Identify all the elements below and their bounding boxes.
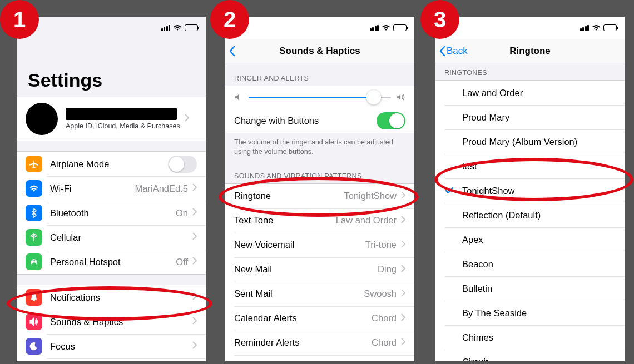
- row-law-and-order[interactable]: Law and Order: [435, 81, 625, 105]
- volume-slider-row[interactable]: [225, 86, 414, 108]
- profile-subtitle: Apple ID, iCloud, Media & Purchases: [66, 122, 180, 130]
- row-value: Law and Order: [336, 215, 397, 226]
- row-label: Proud Mary (Album Version): [462, 137, 616, 147]
- wifi-icon: [592, 24, 601, 31]
- row-label: Bulletin: [462, 283, 616, 294]
- row-value: On: [176, 208, 188, 218]
- row-chimes[interactable]: Chimes: [435, 325, 625, 350]
- row-ringtone[interactable]: RingtoneTonightShow: [225, 184, 414, 208]
- row-label: By The Seaside: [462, 308, 616, 318]
- row-sounds-haptics[interactable]: Sounds & Haptics: [17, 310, 206, 334]
- row-new-mail[interactable]: New MailDing: [225, 257, 414, 282]
- row-airdrop[interactable]: AirDropPulse: [225, 355, 414, 361]
- section-header-ringer: RINGER AND ALERTS: [225, 63, 414, 86]
- chevron-right-icon: [192, 317, 197, 327]
- back-button[interactable]: Back: [439, 46, 468, 57]
- svg-point-0: [33, 237, 35, 238]
- row-value: TonightShow: [344, 191, 397, 201]
- chevron-right-icon: [192, 232, 197, 242]
- row-reminder-alerts[interactable]: Reminder AlertsChord: [225, 331, 414, 355]
- toggle-switch[interactable]: [377, 112, 405, 129]
- avatar: [26, 103, 58, 135]
- row-reflection-default-[interactable]: Reflection (Default): [435, 203, 625, 227]
- row-circuit[interactable]: Circuit: [435, 350, 625, 361]
- settings-group-connectivity: Airplane ModeWi-FiMariAndEd.5BluetoothOn…: [17, 151, 206, 275]
- row-airplane-mode[interactable]: Airplane Mode: [17, 152, 206, 176]
- signal-icon: [370, 25, 379, 31]
- profile-row[interactable]: Apple ID, iCloud, Media & Purchases: [17, 97, 206, 141]
- row-label: Wi-Fi: [50, 183, 131, 194]
- svg-point-1: [33, 261, 35, 263]
- chevron-left-icon: [229, 46, 235, 57]
- row-proud-mary-album-version-[interactable]: Proud Mary (Album Version): [435, 129, 625, 154]
- profile-name-redacted: [66, 108, 177, 120]
- row-bulletin[interactable]: Bulletin: [435, 276, 625, 301]
- signal-icon: [161, 25, 171, 31]
- row-focus[interactable]: Focus: [17, 334, 206, 358]
- row-proud-mary[interactable]: Proud Mary: [435, 105, 625, 129]
- status-bar: [17, 17, 206, 39]
- row-label: Airplane Mode: [50, 159, 168, 169]
- row-text-tone[interactable]: Text ToneLaw and Order: [225, 208, 414, 233]
- bluetooth-icon: [26, 205, 42, 221]
- row-label: New Voicemail: [234, 240, 361, 250]
- wifi-icon: [26, 180, 42, 197]
- speaker-icon: [26, 313, 42, 330]
- volume-slider[interactable]: [249, 97, 391, 98]
- signal-icon: [580, 25, 590, 31]
- row-label: Personal Hotspot: [50, 257, 171, 267]
- toggle-switch[interactable]: [168, 156, 197, 173]
- navbar-title: Ringtone: [509, 46, 551, 57]
- row-sent-mail[interactable]: Sent MailSwoosh: [225, 282, 414, 306]
- row-label: Text Tone: [234, 215, 331, 226]
- row-label: Calendar Alerts: [234, 313, 367, 323]
- checkmark-icon: [444, 186, 454, 195]
- battery-icon: [393, 24, 407, 31]
- chevron-right-icon: [401, 338, 405, 348]
- row-new-voicemail[interactable]: New VoicemailTri-tone: [225, 233, 414, 257]
- chevron-right-icon: [192, 292, 197, 302]
- change-with-buttons-row[interactable]: Change with Buttons: [225, 108, 414, 133]
- row-personal-hotspot[interactable]: Personal HotspotOff: [17, 250, 206, 274]
- chevron-right-icon: [401, 265, 405, 275]
- row-value: MariAndEd.5: [135, 183, 188, 194]
- row-wi-fi[interactable]: Wi-FiMariAndEd.5: [17, 176, 206, 201]
- chevron-right-icon: [401, 216, 405, 226]
- row-calendar-alerts[interactable]: Calendar AlertsChord: [225, 306, 414, 331]
- row-test[interactable]: test: [435, 154, 625, 178]
- row-tonightshow[interactable]: TonightShow: [435, 178, 625, 203]
- row-label: Ringtone: [234, 191, 340, 201]
- wifi-icon: [173, 24, 182, 31]
- speaker-low-icon: [234, 93, 243, 102]
- wifi-icon: [382, 24, 390, 31]
- section-header-patterns: SOUNDS AND VIBRATION PATTERNS: [225, 161, 414, 183]
- row-label: test: [462, 161, 616, 172]
- row-label: New Mail: [234, 264, 373, 275]
- row-label: Focus: [50, 341, 188, 352]
- row-notifications[interactable]: Notifications: [17, 285, 206, 310]
- chevron-right-icon: [192, 341, 197, 351]
- row-value: Swoosh: [364, 288, 397, 299]
- page-title: Settings: [17, 39, 206, 97]
- chevron-right-icon: [401, 191, 405, 201]
- navbar: Sounds & Haptics: [225, 39, 414, 63]
- chevron-right-icon: [192, 257, 197, 267]
- screen-ringtone: Back Ringtone RINGTONES Law and OrderPro…: [435, 17, 625, 361]
- row-screen-time[interactable]: Screen Time: [17, 358, 206, 361]
- step-badge-1: 1: [0, 0, 39, 39]
- row-label: Circuit: [462, 357, 616, 362]
- row-cellular[interactable]: Cellular: [17, 225, 206, 250]
- row-label: Cellular: [50, 232, 188, 243]
- row-value: Chord: [372, 337, 397, 348]
- row-bluetooth[interactable]: BluetoothOn: [17, 201, 206, 225]
- navbar-title: Sounds & Haptics: [279, 46, 360, 57]
- row-label: Sounds & Haptics: [50, 317, 188, 327]
- slider-thumb[interactable]: [366, 90, 381, 104]
- back-button[interactable]: [229, 46, 235, 57]
- chevron-right-icon: [401, 313, 405, 323]
- row-beacon[interactable]: Beacon: [435, 252, 625, 276]
- battery-icon: [603, 24, 617, 31]
- row-apex[interactable]: Apex: [435, 227, 625, 252]
- row-by-the-seaside[interactable]: By The Seaside: [435, 301, 625, 325]
- row-label: Chimes: [462, 332, 616, 343]
